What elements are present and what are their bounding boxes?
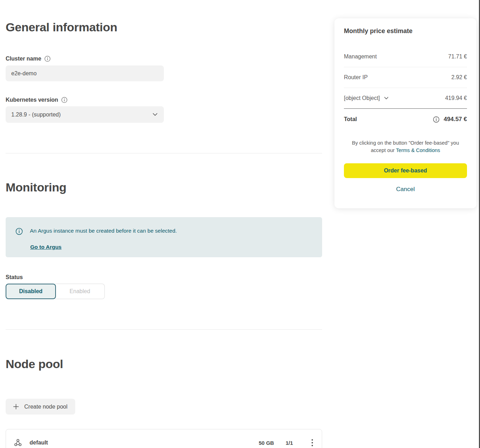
create-node-pool-button[interactable]: Create node pool	[6, 399, 75, 415]
price-row-value: 2.92 €	[452, 74, 467, 81]
kubernetes-version-selected-value: 1.28.9 - (supported)	[11, 112, 61, 118]
total-amount: 494.57 €	[444, 116, 467, 123]
price-rows: Management 71.71 € Router IP 2.92 € [obj…	[344, 46, 467, 109]
argus-info-alert: An Argus instance must be created before…	[6, 217, 322, 257]
total-info-icon[interactable]	[433, 116, 440, 123]
kubernetes-version-label: Kubernetes version	[6, 97, 68, 103]
cluster-name-info-icon[interactable]	[44, 56, 51, 62]
cluster-name-label-text: Cluster name	[6, 56, 41, 62]
alert-message: An Argus instance must be created before…	[30, 227, 177, 234]
node-pool-node-count: 1/1	[286, 440, 293, 446]
price-row-label: Management	[344, 53, 377, 60]
general-information-heading: General information	[6, 20, 117, 34]
plus-icon	[13, 403, 19, 410]
status-option-disabled[interactable]: Disabled	[6, 284, 56, 299]
monthly-price-estimate-card: Monthly price estimate Management 71.71 …	[334, 18, 476, 208]
price-row-label: [object Object]	[344, 95, 380, 101]
cluster-name-input[interactable]	[6, 65, 164, 81]
status-toggle-group: Disabled Enabled	[6, 284, 105, 299]
kubernetes-version-info-icon[interactable]	[61, 97, 68, 103]
terms-and-conditions-link[interactable]: Terms & Conditions	[396, 147, 440, 153]
expand-row-chevron-down-icon[interactable]	[384, 97, 389, 100]
total-label: Total	[344, 116, 357, 122]
price-card-title: Monthly price estimate	[344, 27, 467, 35]
node-pool-name: default	[30, 440, 259, 446]
total-row: Total 494.57 €	[344, 109, 467, 130]
price-row-value: 71.71 €	[448, 53, 467, 60]
order-fee-based-button[interactable]: Order fee-based	[344, 163, 467, 178]
node-pool-menu-button[interactable]	[310, 437, 315, 448]
node-pool-icon	[14, 438, 22, 447]
price-row-management: Management 71.71 €	[344, 46, 467, 67]
price-row-object: [object Object] 419.94 €	[344, 88, 467, 109]
price-row-label: Router IP	[344, 74, 368, 81]
node-pool-size: 50 GB	[259, 440, 274, 446]
section-divider	[6, 329, 322, 330]
node-pool-row[interactable]: default 50 GB 1/1	[6, 429, 322, 448]
terms-line1: By clicking on the button "Order fee-bas…	[352, 140, 459, 146]
price-row-value: 419.94 €	[445, 95, 467, 101]
chevron-down-icon	[153, 113, 158, 116]
create-node-pool-label: Create node pool	[24, 404, 68, 410]
cluster-name-label: Cluster name	[6, 56, 51, 62]
page: General information Cluster name Kuberne…	[0, 0, 480, 448]
terms-prefix: accept our	[371, 147, 396, 153]
go-to-argus-link[interactable]: Go to Argus	[30, 244, 62, 250]
node-pool-heading: Node pool	[6, 357, 63, 371]
monitoring-heading: Monitoring	[6, 181, 66, 194]
price-row-router-ip: Router IP 2.92 €	[344, 67, 467, 88]
status-option-enabled[interactable]: Enabled	[55, 284, 105, 299]
cancel-button[interactable]: Cancel	[344, 186, 467, 193]
section-divider	[6, 153, 322, 153]
terms-text: By clicking on the button "Order fee-bas…	[344, 139, 467, 154]
status-label: Status	[6, 274, 23, 280]
kubernetes-version-label-text: Kubernetes version	[6, 97, 58, 103]
alert-info-icon	[15, 228, 23, 236]
kubernetes-version-select[interactable]: 1.28.9 - (supported)	[6, 106, 164, 123]
